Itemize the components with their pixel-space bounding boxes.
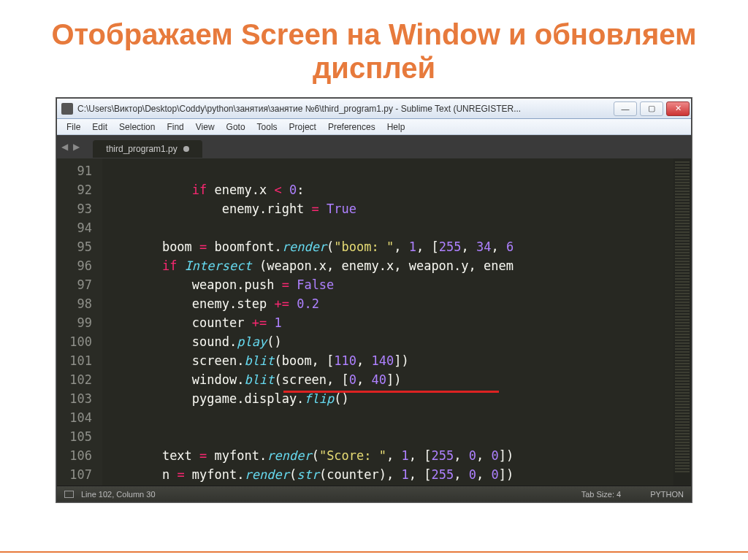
menu-help[interactable]: Help: [382, 120, 411, 134]
close-button[interactable]: ✕: [666, 101, 690, 116]
cursor-position: Line 102, Column 30: [81, 490, 156, 499]
dirty-dot-icon: [183, 146, 189, 152]
nav-arrows[interactable]: ◀ ▶: [61, 142, 81, 152]
syntax-lang[interactable]: PYTHON: [650, 490, 684, 499]
tab-label: third_program1.py: [106, 144, 177, 154]
sublime-window: C:\Users\Виктор\Desktop\Coddy\python\зан…: [56, 98, 692, 502]
menu-preferences[interactable]: Preferences: [323, 120, 381, 134]
menu-view[interactable]: View: [191, 120, 220, 134]
slide-footer-rule: [0, 551, 748, 553]
annotation-underline: [283, 391, 499, 393]
menu-goto[interactable]: Goto: [221, 120, 251, 134]
minimize-button[interactable]: —: [614, 101, 637, 116]
line-gutter: 919293 949596 979899 100101102 103104105…: [57, 158, 102, 486]
maximize-button[interactable]: ▢: [640, 101, 663, 116]
slide-title: Отображаем Screen на Window и обновляем …: [0, 0, 748, 98]
panel-icon[interactable]: [64, 491, 74, 498]
window-title: C:\Users\Виктор\Desktop\Coddy\python\зан…: [77, 104, 614, 114]
window-titlebar[interactable]: C:\Users\Виктор\Desktop\Coddy\python\зан…: [57, 99, 691, 119]
tab-bar: ◀ ▶ third_program1.py: [57, 135, 691, 158]
code-area[interactable]: if enemy.x < 0: enemy.right = True boom …: [102, 158, 673, 486]
minimap[interactable]: [673, 158, 691, 486]
menu-project[interactable]: Project: [284, 120, 321, 134]
menu-bar: File Edit Selection Find View Goto Tools…: [57, 119, 691, 135]
tab-file[interactable]: third_program1.py: [93, 140, 202, 158]
code-editor[interactable]: 919293 949596 979899 100101102 103104105…: [57, 158, 691, 486]
menu-tools[interactable]: Tools: [252, 120, 283, 134]
menu-file[interactable]: File: [61, 120, 85, 134]
tab-size[interactable]: Tab Size: 4: [581, 490, 621, 499]
menu-edit[interactable]: Edit: [87, 120, 112, 134]
app-icon: [61, 103, 73, 115]
status-bar: Line 102, Column 30 Tab Size: 4 PYTHON: [57, 486, 691, 502]
menu-find[interactable]: Find: [161, 120, 188, 134]
menu-selection[interactable]: Selection: [114, 120, 160, 134]
